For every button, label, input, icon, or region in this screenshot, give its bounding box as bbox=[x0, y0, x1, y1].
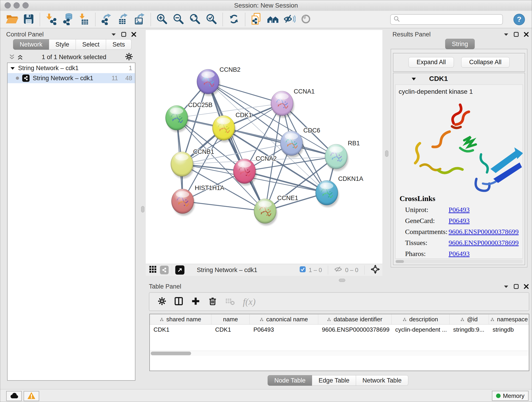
selected-checkbox-icon[interactable] bbox=[299, 266, 306, 274]
close-panel-icon[interactable] bbox=[524, 32, 529, 38]
float-panel-icon[interactable] bbox=[121, 32, 126, 38]
save-session-button[interactable] bbox=[22, 13, 35, 26]
table-cell[interactable]: stringdb bbox=[489, 325, 529, 335]
results-scrollbar[interactable] bbox=[395, 260, 523, 263]
cloud-button[interactable] bbox=[6, 391, 22, 401]
network-edge-CCNA2-CDKN1A[interactable] bbox=[244, 171, 327, 193]
panel-menu-icon[interactable] bbox=[504, 285, 509, 289]
export-table-button[interactable] bbox=[116, 13, 130, 26]
tab-network-table[interactable]: Network Table bbox=[356, 375, 408, 386]
bird-eye-view-icon[interactable] bbox=[370, 264, 380, 276]
export-network-button[interactable] bbox=[100, 13, 113, 26]
import-network-button[interactable] bbox=[44, 13, 58, 26]
network-node-CCNB2[interactable] bbox=[197, 69, 220, 96]
network-edge-HIST1H1A-CCNE1[interactable] bbox=[183, 201, 265, 211]
crosslink-label: Compartments: bbox=[405, 228, 449, 236]
zoom-in-button[interactable] bbox=[155, 13, 169, 26]
network-node-CDC6[interactable] bbox=[280, 131, 304, 158]
delete-column-icon[interactable] bbox=[208, 297, 217, 307]
tab-node-table[interactable]: Node Table bbox=[268, 375, 312, 386]
zoom-out-button[interactable] bbox=[172, 13, 185, 26]
collection-expander-icon[interactable] bbox=[10, 65, 15, 72]
collapse-all-networks-icon[interactable] bbox=[17, 54, 23, 60]
search-input[interactable] bbox=[390, 14, 503, 25]
warnings-button[interactable] bbox=[24, 391, 39, 401]
table-cell[interactable]: P06493 bbox=[250, 325, 318, 335]
tab-string[interactable]: String bbox=[445, 39, 475, 49]
hidden-eye-icon[interactable] bbox=[334, 266, 342, 274]
network-badge-icon[interactable] bbox=[160, 266, 169, 274]
table-cell[interactable]: cyclin-dependent ... bbox=[392, 325, 450, 335]
network-node-CDKN1A[interactable] bbox=[316, 180, 339, 207]
close-panel-icon[interactable] bbox=[524, 284, 529, 290]
crosslink-link[interactable]: P06493 bbox=[449, 250, 470, 258]
section-expander-icon[interactable] bbox=[411, 75, 416, 83]
table-cell[interactable]: stringdb:9... bbox=[450, 325, 489, 335]
crosslink-link[interactable]: P06493 bbox=[449, 206, 470, 214]
tab-edge-table[interactable]: Edge Table bbox=[312, 375, 356, 386]
node-label-CCNB2: CCNB2 bbox=[220, 66, 241, 73]
node-label-HIST1H1A: HIST1H1A bbox=[195, 185, 224, 191]
network-node-HIST1H1A[interactable] bbox=[171, 189, 195, 216]
column-header-namespace[interactable]: namespace bbox=[489, 314, 529, 324]
crosslink-link[interactable]: 9606.ENSP00000378699 bbox=[449, 239, 519, 247]
network-node-CCNE1[interactable] bbox=[254, 199, 277, 225]
network-edge-CCNB2-CCNE1[interactable] bbox=[208, 82, 265, 211]
float-panel-icon[interactable] bbox=[514, 284, 519, 290]
table-hscrollbar[interactable] bbox=[150, 351, 528, 356]
import-network-from-database-button[interactable] bbox=[61, 13, 74, 26]
string-home-button[interactable] bbox=[266, 13, 279, 26]
column-header-database-identifier[interactable]: database identifier bbox=[318, 314, 392, 324]
panel-menu-icon[interactable] bbox=[111, 32, 116, 37]
table-row[interactable]: CDK1CDK1P064939606.ENSP00000378699cyclin… bbox=[150, 325, 529, 335]
memory-button[interactable]: Memory bbox=[492, 391, 529, 401]
crosslink-link[interactable]: 9606.ENSP00000378699 bbox=[449, 228, 519, 236]
tab-network[interactable]: Network bbox=[13, 39, 49, 50]
close-panel-icon[interactable] bbox=[131, 32, 136, 38]
import-string-document-button[interactable] bbox=[250, 13, 263, 26]
apply-layout-button[interactable] bbox=[227, 13, 241, 26]
help-button[interactable]: ? bbox=[513, 14, 525, 25]
collapse-all-button[interactable]: Collapse All bbox=[461, 57, 510, 68]
panel-menu-icon[interactable] bbox=[504, 32, 509, 37]
tab-style[interactable]: Style bbox=[49, 39, 76, 50]
tab-sets[interactable]: Sets bbox=[106, 39, 132, 50]
table-settings-gear-icon[interactable] bbox=[158, 297, 166, 306]
show-columns-icon[interactable] bbox=[174, 297, 183, 307]
network-node-CDC25B[interactable] bbox=[165, 105, 189, 132]
left-splitter-handle[interactable] bbox=[141, 206, 144, 212]
glass-ball-button[interactable] bbox=[299, 13, 312, 26]
table-cell[interactable]: 9606.ENSP00000378699 bbox=[318, 325, 392, 335]
zoom-selected-button[interactable] bbox=[205, 13, 218, 26]
crosslink-link[interactable]: P06493 bbox=[449, 217, 470, 225]
network-canvas[interactable]: CCNB2CCNA1CDC25BCDK1CDC6RB1CCNB1CCNA2CDK… bbox=[146, 30, 382, 264]
expand-all-networks-icon[interactable] bbox=[9, 54, 15, 60]
import-table-button[interactable] bbox=[77, 13, 91, 26]
grid-view-icon[interactable] bbox=[149, 265, 157, 275]
table-cell[interactable]: CDK1 bbox=[211, 325, 250, 335]
column-header-canonical-name[interactable]: canonical name bbox=[250, 314, 318, 324]
network-collection-row[interactable]: String Network – cdk1 1 bbox=[7, 63, 135, 73]
column-header--id[interactable]: @id bbox=[450, 314, 489, 324]
column-header-description[interactable]: description bbox=[392, 314, 450, 324]
network-node-RB1[interactable] bbox=[325, 144, 348, 171]
column-header-shared-name[interactable]: shared name bbox=[150, 314, 211, 324]
network-node-CCNA1[interactable] bbox=[271, 91, 294, 118]
float-panel-icon[interactable] bbox=[514, 32, 519, 38]
show-hide-glass-ball-button[interactable] bbox=[283, 13, 296, 26]
column-header-name[interactable]: name bbox=[211, 314, 250, 324]
open-session-button[interactable] bbox=[6, 13, 19, 26]
network-options-gear-icon[interactable] bbox=[125, 52, 133, 62]
detach-view-icon[interactable] bbox=[175, 265, 184, 274]
network-node-CDK1[interactable] bbox=[212, 115, 236, 142]
toolbar-separator bbox=[40, 13, 40, 26]
expand-all-button[interactable]: Expand All bbox=[409, 57, 454, 68]
zoom-fit-button[interactable] bbox=[188, 13, 202, 26]
table-cell[interactable]: CDK1 bbox=[150, 325, 211, 335]
export-image-button[interactable] bbox=[133, 13, 146, 26]
horizontal-splitter-handle[interactable] bbox=[339, 279, 345, 282]
right-splitter-handle[interactable] bbox=[385, 150, 388, 157]
add-column-icon[interactable] bbox=[191, 297, 200, 307]
tab-select[interactable]: Select bbox=[76, 39, 106, 50]
network-row-selected[interactable]: String Network – cdk1 11 48 bbox=[7, 73, 135, 83]
